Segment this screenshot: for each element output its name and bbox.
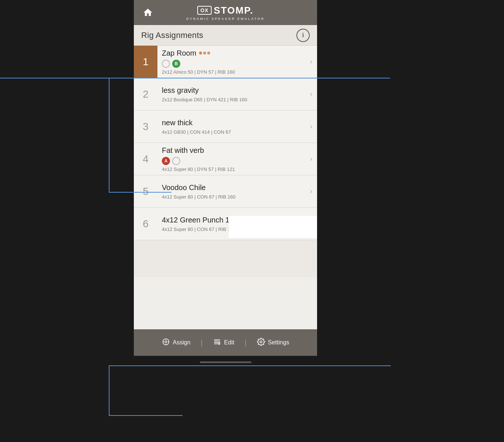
chevron-2: › (305, 90, 317, 98)
logo-subtitle: DYNAMIC SPEAKER EMULATOR (186, 17, 265, 21)
title-bar: Rig Assignments i (134, 25, 317, 46)
white-overlay-box (229, 216, 317, 238)
badge-empty-4 (172, 157, 180, 165)
rig-name-2: less gravity (162, 86, 199, 95)
rig-name-4: Fat with verb (162, 146, 204, 155)
rig-name-row-5: Voodoo Chile (162, 183, 302, 192)
edit-icon (213, 338, 221, 348)
dot-3 (207, 52, 210, 55)
chevron-5: › (305, 187, 317, 195)
rig-dots-1 (199, 52, 210, 55)
rig-content-4: Fat with verb A 4x12 Super 80 | DYN 57 |… (157, 142, 305, 176)
svg-point-1 (165, 341, 167, 343)
rig-item-4[interactable]: 4 Fat with verb A 4x12 Super 80 | DYN 57… (134, 143, 317, 175)
rig-number-box-4: 4 (134, 143, 157, 175)
rig-name-3: new thick (162, 119, 192, 127)
rig-name-row-3: new thick (162, 119, 302, 127)
toolbar-assign[interactable]: Assign (152, 338, 201, 348)
rig-name-5: Voodoo Chile (162, 183, 206, 192)
rig-number-box-3: 3 (134, 110, 157, 143)
rig-name-6: 4x12 Green Punch 1 (162, 216, 229, 224)
dot-2 (203, 52, 206, 55)
rig-number-box-5: 5 (134, 175, 157, 208)
rig-badges-1: B (162, 60, 302, 68)
rig-number-box-2: 2 (134, 78, 157, 110)
info-button[interactable]: i (296, 29, 310, 42)
rig-subtitle-1: 2x12 Alnico 50 | DYN 57 | RIB 160 (162, 69, 302, 75)
page-title: Rig Assignments (141, 31, 203, 40)
annotation-line-4 (316, 78, 390, 78)
badge-a-4: A (162, 157, 170, 165)
rig-badges-4: A (162, 157, 302, 165)
rig-subtitle-2: 2x12 Boutique D65 | DYN 421 | RIB 160 (162, 97, 302, 102)
rig-number-6: 6 (143, 218, 149, 230)
rig-subtitle-5: 4x12 Super 80 | CON 67 | RIB 160 (162, 194, 302, 200)
rig-name-row-1: Zap Room (162, 49, 302, 57)
bottom-toolbar: Assign | Edit | (134, 329, 317, 356)
rig-item-3[interactable]: 3 new thick 4x12 GB30 | CON 414 | CON 67… (134, 110, 317, 143)
rig-item-5[interactable]: 5 Voodoo Chile 4x12 Super 80 | CON 67 | … (134, 175, 317, 208)
rig-number-4: 4 (143, 153, 149, 165)
badge-b-1: B (172, 60, 180, 68)
chevron-3: › (305, 123, 317, 130)
rig-item-2[interactable]: 2 less gravity 2x12 Boutique D65 | DYN 4… (134, 78, 317, 110)
toolbar-settings[interactable]: Settings (247, 338, 300, 348)
chevron-1: › (305, 58, 317, 66)
rig-content-5: Voodoo Chile 4x12 Super 80 | CON 67 | RI… (157, 179, 305, 204)
header: OX STOMP. DYNAMIC SPEAKER EMULATOR (134, 0, 317, 25)
rig-name-1: Zap Room (162, 49, 196, 57)
rig-content-3: new thick 4x12 GB30 | CON 414 | CON 67 (157, 114, 305, 139)
home-button[interactable] (140, 4, 156, 21)
rig-item-1[interactable]: 1 Zap Room B 2x12 Al (134, 46, 317, 78)
rig-subtitle-3: 4x12 GB30 | CON 414 | CON 67 (162, 129, 302, 135)
rig-number-box-6: 6 (134, 208, 157, 240)
badge-empty-1 (162, 60, 170, 68)
rig-list: 1 Zap Room B 2x12 Al (134, 46, 317, 329)
ox-logo: OX (197, 6, 211, 15)
rig-number-box-1: 1 (134, 46, 157, 78)
rig-number-5: 5 (143, 186, 149, 197)
home-indicator (134, 356, 317, 368)
edit-label: Edit (224, 339, 234, 346)
logo-area: OX STOMP. DYNAMIC SPEAKER EMULATOR (186, 5, 265, 21)
rig-number-2: 2 (143, 88, 149, 100)
svg-point-11 (260, 341, 262, 343)
settings-label: Settings (268, 339, 289, 346)
home-bar (200, 361, 251, 363)
rig-number-1: 1 (143, 56, 149, 68)
app-container: OX STOMP. DYNAMIC SPEAKER EMULATOR Rig A… (134, 0, 317, 368)
empty-area (134, 240, 317, 277)
assign-label: Assign (173, 339, 191, 346)
dot-1 (199, 52, 202, 55)
rig-content-1: Zap Room B 2x12 Alnico 50 | DYN 57 | RIB… (157, 46, 305, 79)
annotation-line-7 (109, 415, 183, 416)
toolbar-edit[interactable]: Edit (203, 338, 245, 348)
annotation-line-6 (109, 365, 110, 415)
annotation-line-2 (109, 78, 110, 192)
rig-number-3: 3 (143, 121, 149, 133)
rig-content-2: less gravity 2x12 Boutique D65 | DYN 421… (157, 82, 305, 107)
rig-name-row-4: Fat with verb (162, 146, 302, 155)
stomp-logo: STOMP. (214, 5, 254, 16)
settings-icon (257, 338, 265, 348)
rig-subtitle-4: 4x12 Super 80 | DYN 57 | RIB 121 (162, 166, 302, 172)
assign-icon (162, 338, 170, 348)
rig-name-row-2: less gravity (162, 86, 302, 95)
chevron-4: › (305, 155, 317, 163)
